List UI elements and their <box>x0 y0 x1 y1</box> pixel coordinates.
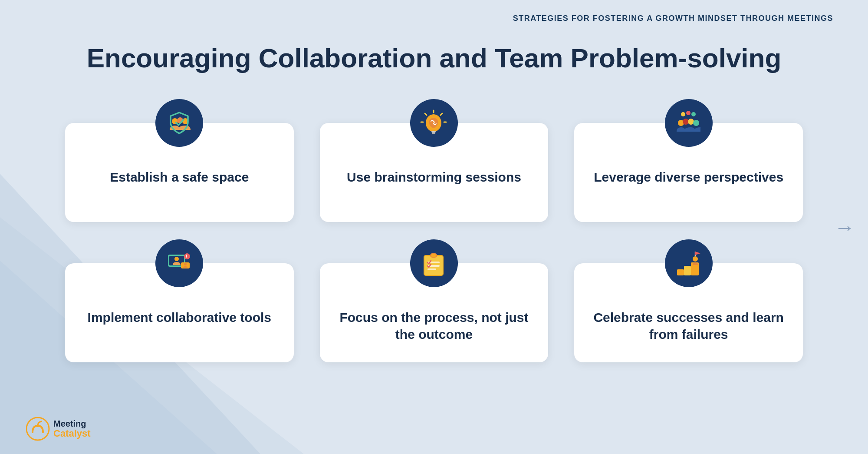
svg-point-42 <box>26 418 49 440</box>
card-3-icon-wrapper <box>665 99 713 147</box>
svg-rect-13 <box>432 133 435 134</box>
card-4-icon-wrapper: ! <box>155 239 203 287</box>
card-5-text: Focus on the process, not just the outco… <box>337 309 531 343</box>
svg-point-43 <box>36 424 39 427</box>
card-5-icon-wrapper <box>410 239 458 287</box>
person-flag-stairs-icon <box>674 249 703 278</box>
card-2-icon-wrapper <box>410 99 458 147</box>
meeting-catalyst-logo-icon <box>26 417 50 441</box>
svg-line-7 <box>441 113 442 115</box>
card-2-text: Use brainstorming sessions <box>347 169 521 186</box>
svg-text:!: ! <box>186 254 187 259</box>
card-4-text: Implement collaborative tools <box>88 309 271 326</box>
svg-rect-37 <box>684 266 691 275</box>
card-3-text: Leverage diverse perspectives <box>594 169 783 186</box>
card-collaborative-tools: ! Implement collaborative tools <box>65 263 294 362</box>
video-tools-icon: ! <box>165 249 194 278</box>
card-1-icon-wrapper <box>155 99 203 147</box>
svg-rect-36 <box>677 269 684 275</box>
svg-point-19 <box>683 119 689 125</box>
card-1-text: Establish a safe space <box>110 169 249 186</box>
brain-lightbulb-icon <box>420 109 448 137</box>
svg-point-16 <box>686 111 690 115</box>
card-focus-process: Focus on the process, not just the outco… <box>320 263 549 362</box>
next-arrow[interactable]: → <box>834 215 855 239</box>
cards-grid: Establish a safe space <box>65 95 803 362</box>
logo-meeting-label: Meeting <box>53 419 91 428</box>
card-diverse-perspectives: Leverage diverse perspectives <box>574 123 803 222</box>
svg-marker-41 <box>695 252 700 255</box>
svg-line-8 <box>425 113 427 115</box>
svg-point-39 <box>693 256 698 262</box>
diverse-people-icon <box>674 109 703 137</box>
logo-catalyst-label: Catalyst <box>53 428 91 439</box>
svg-rect-14 <box>433 128 434 131</box>
logo-area: Meeting Catalyst <box>26 417 91 441</box>
svg-point-26 <box>184 263 187 265</box>
svg-point-20 <box>688 119 694 125</box>
svg-point-17 <box>691 112 696 116</box>
logo-text: Meeting Catalyst <box>53 419 91 439</box>
card-6-text: Celebrate successes and learn from failu… <box>592 309 786 343</box>
card-establish-safe-space: Establish a safe space <box>65 123 294 222</box>
svg-point-24 <box>174 257 179 261</box>
card-6-icon-wrapper <box>665 239 713 287</box>
svg-point-21 <box>693 120 699 126</box>
card-celebrate-successes: Celebrate successes and learn from failu… <box>574 263 803 362</box>
svg-point-15 <box>681 112 685 116</box>
strategies-label: STRATEGIES FOR FOSTERING A GROWTH MINDSE… <box>513 14 833 23</box>
card-brainstorming: Use brainstorming sessions <box>320 123 549 222</box>
clipboard-checklist-icon <box>420 249 448 278</box>
shield-people-icon <box>165 109 194 137</box>
svg-rect-35 <box>427 268 436 270</box>
svg-rect-32 <box>431 254 436 257</box>
